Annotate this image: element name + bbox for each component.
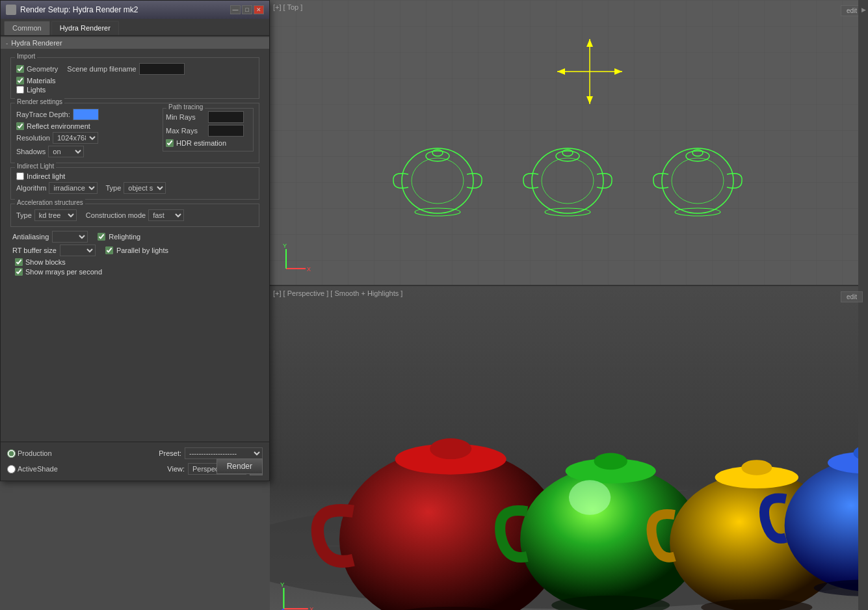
rollout-header[interactable]: - Hydra Renderer	[1, 37, 269, 49]
viewport-bottom: [+] [ Perspective ] [ Smooth + Highlight…	[270, 286, 868, 610]
tab-common[interactable]: Common	[4, 21, 50, 35]
materials-row: Materials	[16, 77, 254, 85]
reflect-env-label: Reflect environment	[27, 122, 90, 130]
hdr-label: HDR estimation	[176, 139, 226, 147]
reflect-env-row: Reflect environment	[16, 122, 156, 130]
raytrace-input[interactable]: 4	[73, 109, 99, 120]
relighting-item: Relighting	[98, 233, 140, 241]
construction-label: Construction mode	[86, 211, 146, 219]
render-settings-label: Render settings	[15, 98, 64, 105]
accel-type-row: Type kd tree Construction mode fast	[16, 209, 254, 221]
bottom-edit-button[interactable]: edit	[841, 291, 863, 302]
view-label: View:	[167, 465, 185, 473]
path-tracing-label: Path tracing	[166, 103, 205, 111]
max-rays-row: Max Rays 500	[166, 125, 250, 137]
svg-text:X: X	[309, 605, 314, 610]
render-settings-left: RayTrace Depth: 4 Reflect environment Re…	[16, 107, 156, 159]
production-radio-label: Production	[7, 449, 52, 458]
hdr-checkbox[interactable]	[166, 139, 174, 147]
production-radio[interactable]	[7, 449, 16, 458]
show-blocks-label: Show blocks	[25, 258, 66, 266]
antialiasing-dropdown[interactable]	[52, 231, 88, 243]
show-mrays-label: Show mrays per second	[25, 268, 102, 276]
rt-buffer-item: RT buffer size	[12, 245, 96, 256]
type-label-indirect: Type	[105, 184, 121, 192]
lights-row: Lights	[16, 86, 254, 94]
resolution-dropdown[interactable]: 1024x768	[53, 132, 98, 144]
activeshade-radio[interactable]	[7, 465, 16, 473]
render-settings-cols: RayTrace Depth: 4 Reflect environment Re…	[16, 107, 254, 159]
preset-label: Preset:	[159, 449, 181, 457]
lights-checkbox[interactable]	[16, 86, 24, 94]
window-controls: — □ ✕	[230, 5, 264, 14]
algorithm-label: Algorithm	[16, 184, 46, 192]
top-viewport-label: [+] [ Top ]	[273, 3, 302, 11]
show-mrays-row: Show mrays per second	[15, 268, 257, 276]
accel-type-dropdown[interactable]: kd tree	[34, 209, 77, 221]
show-mrays-checkbox[interactable]	[15, 268, 23, 276]
svg-point-47	[741, 460, 772, 475]
production-label: Production	[18, 449, 52, 457]
antialiasing-label: Antialiasing	[12, 233, 49, 241]
minimize-button[interactable]: —	[230, 5, 241, 14]
path-tracing-col: Path tracing Min Rays 8 Max Rays 500	[163, 107, 254, 159]
dialog-titlebar: Render Setup: Hydra Render mk2 — □ ✕	[1, 1, 269, 19]
accel-type-label: Type	[16, 211, 32, 219]
render-setup-icon	[6, 5, 16, 15]
maximize-button[interactable]: □	[242, 5, 252, 14]
scene-dump-label: Scene dump filename	[67, 65, 136, 73]
reflect-env-checkbox[interactable]	[16, 122, 24, 130]
min-rays-row: Min Rays 8	[166, 111, 250, 123]
tab-hydra-renderer[interactable]: Hydra Renderer	[51, 21, 119, 35]
scene-dump-input[interactable]: C:/[Derp]/plu	[139, 63, 185, 75]
svg-marker-2	[586, 39, 593, 47]
axis-helper-top: X Y	[280, 243, 312, 275]
parallel-item: Parallel by lights	[105, 246, 168, 254]
materials-label: Materials	[27, 77, 56, 85]
show-blocks-row: Show blocks	[15, 258, 257, 266]
dialog-title: Render Setup: Hydra Render mk2	[20, 5, 138, 14]
close-button[interactable]: ✕	[254, 5, 264, 14]
rendered-scene: X Y Z	[270, 286, 868, 610]
show-blocks-checkbox[interactable]	[15, 258, 23, 266]
lights-label: Lights	[27, 86, 46, 94]
activeshade-label: ActiveShade	[18, 465, 58, 473]
svg-text:X: X	[307, 266, 311, 272]
import-group: Import Geometry Scene dump filename C:/[…	[10, 57, 259, 99]
bottom-row1: Production Preset: --------------------	[7, 447, 263, 459]
render-button[interactable]: Render	[217, 458, 263, 474]
viewport-area: [+] [ Top ] edit	[270, 0, 868, 610]
svg-point-38	[430, 438, 471, 459]
dialog-bottom: Production Preset: -------------------- …	[1, 442, 269, 481]
svg-text:Y: Y	[283, 243, 287, 249]
antialiasing-item: Antialiasing	[12, 231, 88, 243]
relighting-label: Relighting	[109, 233, 140, 241]
relighting-checkbox[interactable]	[98, 233, 105, 241]
indirect-checkbox-row: Indirect light	[16, 172, 254, 180]
geometry-checkbox[interactable]	[16, 65, 24, 73]
geometry-row: Geometry Scene dump filename C:/[Derp]/p…	[16, 63, 254, 75]
rt-buffer-label: RT buffer size	[12, 246, 57, 254]
indirect-checkbox[interactable]	[16, 172, 24, 180]
indirect-label: Indirect light	[27, 172, 65, 180]
min-rays-input[interactable]: 8	[208, 111, 244, 123]
title-left: Render Setup: Hydra Render mk2	[6, 5, 138, 15]
max-rays-input[interactable]: 500	[208, 125, 244, 137]
rt-buffer-dropdown[interactable]	[60, 245, 96, 256]
shadows-dropdown[interactable]: on	[48, 146, 84, 157]
panel-content: Import Geometry Scene dump filename C:/[…	[1, 50, 269, 280]
materials-checkbox[interactable]	[16, 77, 24, 85]
indirect-light-label: Indirect Light	[15, 163, 56, 170]
svg-point-7	[412, 158, 464, 204]
svg-point-43	[569, 480, 611, 514]
preset-dropdown[interactable]: --------------------	[185, 447, 263, 459]
render-settings-group: Render settings RayTrace Depth: 4 Reflec…	[10, 103, 259, 163]
rollout-minus-icon: -	[6, 40, 8, 47]
construction-dropdown[interactable]: fast	[148, 209, 184, 221]
type-dropdown-indirect[interactable]: object sp	[124, 182, 166, 194]
algorithm-dropdown[interactable]: irradiance	[49, 182, 98, 194]
bottom-row2: ActiveShade View: Perspective 🔒 Render	[7, 462, 263, 475]
parallel-checkbox[interactable]	[105, 246, 113, 254]
teapot-silhouettes	[360, 116, 815, 246]
misc-row1: Antialiasing Relighting	[12, 231, 257, 243]
